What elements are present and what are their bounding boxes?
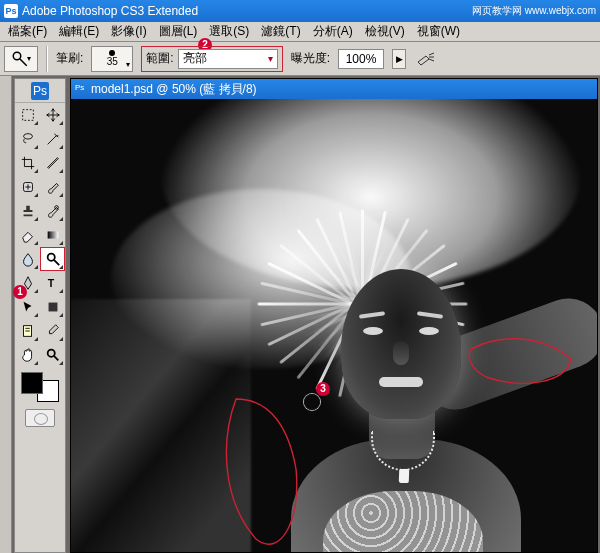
chevron-down-icon: ▾ [268,53,273,64]
tool-eyedropper[interactable] [40,319,65,343]
brush-size-value: 35 [107,56,118,67]
tool-dodge[interactable] [40,247,65,271]
workspace: Ps T 1 Ps model1.psd @ 50% (藍 拷貝/8) [0,76,600,553]
brush-picker[interactable]: 35 ▾ [91,46,133,72]
range-label: 範圍: [146,50,173,67]
range-value: 亮部 [183,50,207,67]
foreground-color-swatch[interactable] [21,372,43,394]
separator [46,46,48,72]
menu-file[interactable]: 檔案(F) [2,21,53,42]
exposure-label: 曝光度: [291,50,330,67]
document-window: Ps model1.psd @ 50% (藍 拷貝/8) [70,78,598,553]
tool-eraser[interactable] [15,223,40,247]
svg-point-6 [47,254,54,261]
color-swatches[interactable] [15,367,65,407]
tool-gradient[interactable] [40,223,65,247]
menu-filter[interactable]: 濾鏡(T) [255,21,306,42]
svg-line-7 [53,260,58,265]
menu-view[interactable]: 檢視(V) [359,21,411,42]
menu-image[interactable]: 影像(I) [105,21,152,42]
app-icon: Ps [4,4,18,18]
range-select[interactable]: 亮部 ▾ [178,49,278,69]
chevron-down-icon: ▾ [126,60,130,69]
tool-hand[interactable] [15,343,40,367]
tool-heal[interactable] [15,175,40,199]
current-tool-preview[interactable]: ▾ [4,46,38,72]
tool-brush[interactable] [40,175,65,199]
menu-select[interactable]: 選取(S) [203,21,255,42]
quickmask-toggle[interactable] [25,409,55,427]
svg-line-1 [20,59,27,66]
svg-rect-9 [48,303,57,312]
exposure-stepper[interactable]: ▶ [392,49,406,69]
window-titlebar: Ps Adobe Photoshop CS3 Extended 网页教学网 ww… [0,0,600,22]
dock-strip[interactable] [0,76,12,553]
watermark-text: 网页教学网 www.webjx.com [472,4,596,18]
menu-window[interactable]: 視窗(W) [411,21,466,42]
tool-type[interactable]: T [40,271,65,295]
tool-crop[interactable] [15,151,40,175]
selection-path [71,99,591,552]
window-title: Adobe Photoshop CS3 Extended [22,4,472,18]
tool-wand[interactable] [40,127,65,151]
document-titlebar[interactable]: Ps model1.psd @ 50% (藍 拷貝/8) [71,79,597,99]
tool-stamp[interactable] [15,199,40,223]
airbrush-icon [416,52,436,66]
app-icon: Ps [31,82,49,100]
tool-blur[interactable] [15,247,40,271]
brush-cursor [304,394,320,410]
tool-slice[interactable] [40,151,65,175]
airbrush-toggle[interactable] [414,49,438,69]
svg-point-11 [47,350,54,357]
document-icon: Ps [75,83,87,95]
options-bar: ▾ 筆刷: 35 ▾ 2 範圍: 亮部 ▾ 曝光度: 100% ▶ [0,42,600,76]
menu-layer[interactable]: 圖層(L) [153,21,204,42]
tool-history-brush[interactable] [40,199,65,223]
brush-label: 筆刷: [56,50,83,67]
toolbox: Ps T 1 [14,78,66,553]
tool-notes[interactable] [15,319,40,343]
document-title: model1.psd @ 50% (藍 拷貝/8) [91,81,257,98]
tool-shape[interactable] [40,295,65,319]
tool-marquee[interactable] [15,103,40,127]
menu-edit[interactable]: 編輯(E) [53,21,105,42]
exposure-input[interactable]: 100% [338,49,384,69]
svg-line-12 [53,356,57,360]
svg-rect-2 [22,110,33,121]
svg-point-0 [13,52,21,60]
tool-lasso[interactable] [15,127,40,151]
svg-rect-5 [47,231,58,238]
toolbox-header[interactable]: Ps [15,79,65,103]
tool-move[interactable] [40,103,65,127]
menu-analysis[interactable]: 分析(A) [307,21,359,42]
menu-bar[interactable]: 檔案(F) 編輯(E) 影像(I) 圖層(L) 選取(S) 濾鏡(T) 分析(A… [0,22,600,42]
annotation-3: 3 [316,382,330,396]
annotation-1: 1 [13,285,27,299]
range-group: 範圍: 亮部 ▾ [141,46,282,72]
tool-zoom[interactable] [40,343,65,367]
svg-text:T: T [47,277,54,289]
canvas[interactable]: 3 [71,99,597,552]
